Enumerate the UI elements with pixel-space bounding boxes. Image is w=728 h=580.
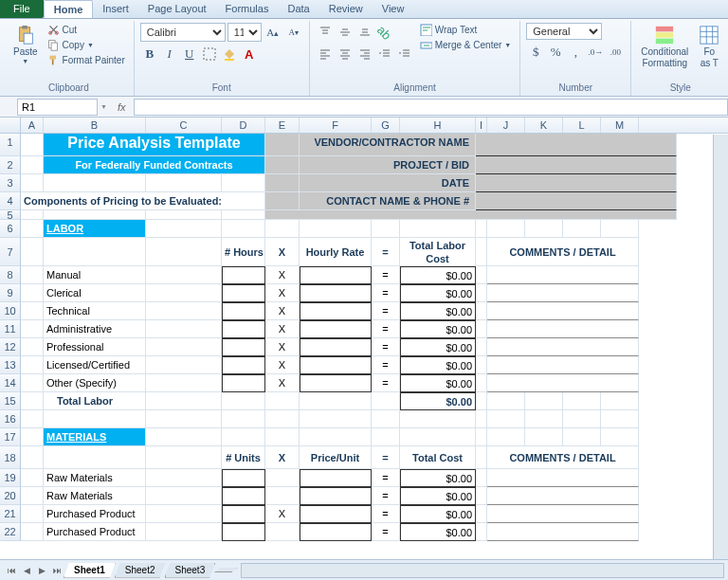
hours-input[interactable] [222,284,265,302]
tab-insert[interactable]: Insert [93,0,138,18]
title-cell[interactable]: Price Analysis Template [44,134,265,156]
fill-color-button[interactable] [220,45,239,63]
bold-button[interactable]: B [140,45,159,63]
col-header[interactable]: H [400,118,476,133]
vertical-scrollbar[interactable] [713,135,728,559]
select-all-corner[interactable] [0,118,21,133]
row-header[interactable]: 20 [0,487,21,505]
cost-output[interactable]: $0.00 [400,374,476,392]
increase-indent-button[interactable] [395,45,414,63]
comment-input[interactable] [487,302,639,320]
format-as-table-button[interactable]: Foas T [695,23,723,70]
decrease-font-button[interactable]: A▾ [284,23,303,42]
hours-input[interactable] [222,266,265,284]
date-input[interactable] [476,174,677,192]
border-button[interactable] [200,45,219,63]
wrap-text-button[interactable]: Wrap Text [417,23,515,37]
row-header[interactable]: 18 [0,446,21,469]
hours-input[interactable] [222,374,265,392]
align-middle-button[interactable] [336,23,355,42]
comment-input[interactable] [487,338,639,356]
vendor-input[interactable] [476,134,677,156]
row-header[interactable]: 3 [0,174,21,192]
comment-input[interactable] [487,356,639,374]
row-header[interactable]: 10 [0,302,21,320]
row-header[interactable]: 13 [0,356,21,374]
price-input[interactable] [300,469,372,487]
hours-input[interactable] [222,356,265,374]
row-header[interactable]: 19 [0,469,21,487]
align-top-button[interactable] [316,23,335,42]
cost-output[interactable]: $0.00 [400,320,476,338]
cost-output[interactable]: $0.00 [400,505,476,523]
col-header[interactable]: G [372,118,400,133]
cost-output[interactable]: $0.00 [400,338,476,356]
row-header[interactable]: 14 [0,374,21,392]
tab-nav-last[interactable]: ⏭ [49,563,64,578]
row-header[interactable]: 8 [0,266,21,284]
comment-input[interactable] [487,523,639,541]
row-header[interactable]: 11 [0,320,21,338]
row-header[interactable]: 6 [0,220,21,238]
fx-icon[interactable]: fx [110,101,134,113]
cut-button[interactable]: Cut [45,23,128,37]
col-header[interactable]: D [222,118,265,133]
tab-nav-prev[interactable]: ◀ [19,563,34,578]
file-tab[interactable]: File [0,0,44,18]
tab-view[interactable]: View [373,0,414,18]
row-header[interactable]: 9 [0,284,21,302]
units-input[interactable] [222,523,265,541]
increase-font-button[interactable]: A▴ [264,23,282,42]
rate-input[interactable] [300,374,372,392]
col-header[interactable]: I [476,118,487,133]
row-header[interactable]: 12 [0,338,21,356]
italic-button[interactable]: I [160,45,179,63]
comment-input[interactable] [487,284,639,302]
currency-button[interactable]: $ [526,43,545,62]
units-input[interactable] [222,487,265,505]
comment-input[interactable] [487,374,639,392]
col-header[interactable]: M [601,118,639,133]
col-header[interactable]: K [525,118,563,133]
price-input[interactable] [300,523,372,541]
comment-input[interactable] [487,469,639,487]
col-header[interactable]: A [21,118,44,133]
contact-input[interactable] [476,192,677,210]
rate-input[interactable] [300,302,372,320]
rate-input[interactable] [300,356,372,374]
col-header[interactable]: B [44,118,146,133]
tab-formulas[interactable]: Formulas [216,0,279,18]
rate-input[interactable] [300,338,372,356]
cost-output[interactable]: $0.00 [400,523,476,541]
rate-input[interactable] [300,284,372,302]
col-header[interactable]: L [563,118,601,133]
conditional-formatting-button[interactable]: ConditionalFormatting [637,23,692,70]
spreadsheet-grid[interactable]: A B C D E F G H I J K L M 1 Price Analys… [0,118,728,541]
format-painter-button[interactable]: Format Painter [45,53,128,67]
price-input[interactable] [300,505,372,523]
cost-output[interactable]: $0.00 [400,356,476,374]
row-header[interactable]: 1 [0,134,21,156]
row-header[interactable]: 15 [0,392,21,410]
new-sheet-tab[interactable] [214,568,237,572]
cost-output[interactable]: $0.00 [400,266,476,284]
col-header[interactable]: F [300,118,372,133]
tab-page-layout[interactable]: Page Layout [138,0,216,18]
total-labor-value[interactable]: $0.00 [400,392,476,410]
font-family-select[interactable]: Calibri [140,23,226,42]
align-right-button[interactable] [355,45,374,63]
row-header[interactable]: 5 [0,210,21,220]
align-center-button[interactable] [336,45,355,63]
col-header[interactable]: J [487,118,525,133]
tab-data[interactable]: Data [278,0,318,18]
align-left-button[interactable] [316,45,335,63]
align-bottom-button[interactable] [355,23,374,42]
horizontal-scrollbar[interactable] [241,563,724,578]
row-header[interactable]: 22 [0,523,21,541]
project-input[interactable] [476,156,677,174]
decrease-decimal-button[interactable]: .00 [606,43,625,62]
comment-input[interactable] [487,505,639,523]
tab-nav-next[interactable]: ▶ [34,563,49,578]
cost-output[interactable]: $0.00 [400,469,476,487]
rate-input[interactable] [300,266,372,284]
